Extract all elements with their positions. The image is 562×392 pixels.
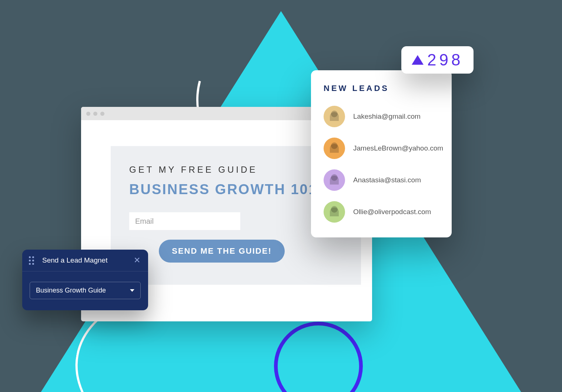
email-field[interactable]: Email — [129, 212, 240, 230]
lead-count: 298 — [427, 51, 463, 69]
lead-item[interactable]: Ollie@oliverpodcast.com — [324, 201, 439, 223]
avatar — [324, 106, 345, 127]
lead-magnet-select[interactable]: Business Growth Guide — [30, 282, 141, 299]
avatar — [324, 201, 345, 223]
landing-title: BUSINESS GROWTH 101 — [129, 182, 342, 197]
email-placeholder: Email — [135, 217, 154, 226]
new-leads-card: NEW LEADS Lakeshia@gmail.com JamesLeBrow… — [311, 70, 452, 237]
lead-item[interactable]: Anastasia@stasi.com — [324, 169, 439, 191]
avatar — [324, 169, 345, 191]
lead-item[interactable]: Lakeshia@gmail.com — [324, 106, 439, 127]
chevron-down-icon — [130, 289, 134, 292]
leads-title: NEW LEADS — [324, 84, 439, 93]
lead-email: Anastasia@stasi.com — [353, 176, 421, 184]
lead-email: Ollie@oliverpodcast.com — [353, 208, 431, 216]
landing-eyebrow: GET MY FREE GUIDE — [129, 165, 342, 175]
lead-magnet-body: Business Growth Guide — [22, 271, 148, 310]
close-icon[interactable]: ✕ — [133, 256, 141, 265]
lead-magnet-header: Send a Lead Magnet ✕ — [22, 250, 148, 271]
cta-label: SEND ME THE GUIDE! — [172, 246, 271, 256]
lead-email: JamesLeBrown@yahoo.com — [353, 144, 443, 152]
drag-handle-icon[interactable] — [29, 256, 34, 265]
window-dot — [86, 112, 90, 116]
lead-email: Lakeshia@gmail.com — [353, 112, 421, 121]
window-dot — [100, 112, 104, 116]
lead-magnet-title: Send a Lead Magnet — [42, 256, 133, 264]
send-guide-button[interactable]: SEND ME THE GUIDE! — [159, 240, 285, 263]
lead-magnet-card: Send a Lead Magnet ✕ Business Growth Gui… — [22, 250, 148, 310]
avatar — [324, 138, 345, 159]
trend-up-icon — [412, 55, 424, 65]
window-dot — [93, 112, 97, 116]
select-value: Business Growth Guide — [36, 287, 106, 294]
lead-item[interactable]: JamesLeBrown@yahoo.com — [324, 138, 439, 159]
lead-count-badge: 298 — [401, 46, 474, 74]
